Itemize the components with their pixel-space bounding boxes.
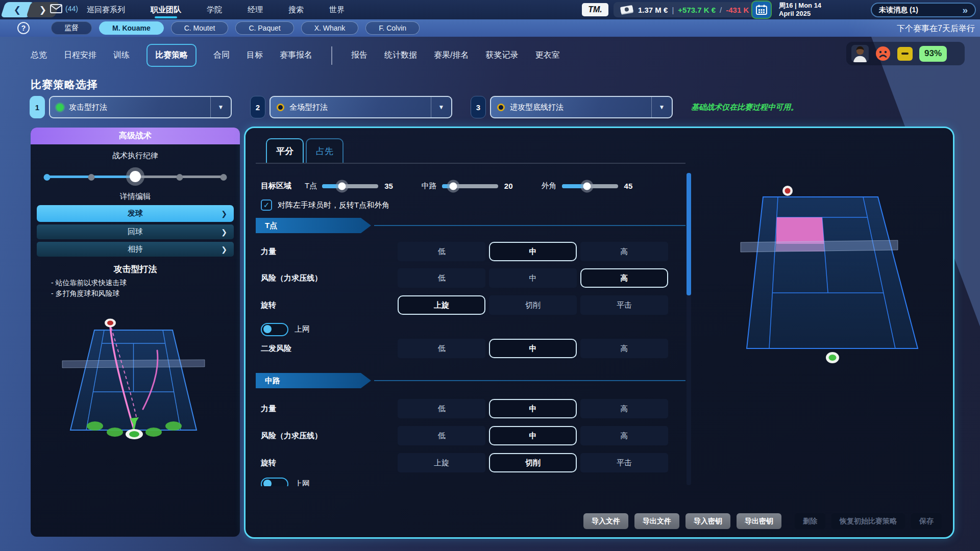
lefty-invert-label: 对阵左手球员时，反转T点和外角 bbox=[278, 201, 389, 210]
option-high[interactable]: 高 bbox=[580, 339, 668, 358]
inbox-button[interactable]: (44) bbox=[50, 4, 78, 13]
reset-strategy-button[interactable]: 恢复初始比赛策略 bbox=[831, 513, 905, 529]
tab-training[interactable]: 训练 bbox=[113, 50, 130, 61]
edit-serve-button[interactable]: 发球 ❯ bbox=[37, 205, 234, 222]
option-medium[interactable]: 中 bbox=[489, 242, 577, 261]
strategy-slot-3: 3 进攻型底线打法 ▼ bbox=[471, 96, 673, 118]
import-key-button[interactable]: 导入密钥 bbox=[685, 513, 730, 529]
option-high[interactable]: 高 bbox=[580, 268, 668, 288]
player-avatar[interactable] bbox=[851, 45, 869, 62]
tab-contract[interactable]: 合同 bbox=[213, 50, 230, 61]
wide-slider[interactable] bbox=[562, 184, 618, 188]
option-low[interactable]: 低 bbox=[398, 426, 485, 445]
option-low[interactable]: 低 bbox=[398, 339, 485, 358]
option-topspin[interactable]: 上旋 bbox=[398, 453, 485, 472]
net-approach-toggle[interactable] bbox=[261, 478, 288, 487]
scrollbar-track[interactable] bbox=[687, 173, 691, 485]
option-slice[interactable]: 切削 bbox=[489, 453, 577, 472]
continue-calendar-button[interactable] bbox=[751, 1, 772, 19]
slider-handle[interactable] bbox=[130, 171, 141, 182]
option-slice[interactable]: 切削 bbox=[489, 295, 577, 315]
tab-supervisor[interactable]: 监督 bbox=[51, 21, 92, 35]
save-button[interactable]: 保存 bbox=[911, 513, 942, 529]
body-slider[interactable] bbox=[442, 184, 498, 188]
option-topspin[interactable]: 上旋 bbox=[398, 295, 485, 315]
strategy-dropdown-1[interactable]: 攻击型打法 ▼ bbox=[49, 96, 232, 118]
status-dot-yellow-icon bbox=[277, 104, 284, 111]
setting-row-risk-2: 风险（力求压线） 低 中 高 bbox=[256, 426, 689, 445]
tab-schedule[interactable]: 日程安排 bbox=[64, 50, 96, 61]
nav-manager[interactable]: 经理 bbox=[247, 1, 264, 19]
tab-match-strategy[interactable]: 比赛策略 bbox=[146, 44, 197, 67]
t-point-value: 35 bbox=[384, 182, 393, 190]
strategy-selectors: 1 攻击型打法 ▼ 2 全场型打法 ▼ 3 进攻型底线打法 ▼ 基础战术仅在比赛… bbox=[30, 96, 798, 118]
option-high[interactable]: 高 bbox=[580, 426, 668, 445]
option-low[interactable]: 低 bbox=[398, 268, 485, 288]
export-file-button[interactable]: 导出文件 bbox=[634, 513, 679, 529]
strategy-dropdown-2[interactable]: 全场型打法 ▼ bbox=[270, 96, 452, 118]
tab-player-moutet[interactable]: C. Moutet bbox=[171, 21, 229, 35]
scrollbar-thumb[interactable] bbox=[687, 173, 691, 295]
team-row: ? 监督 M. Kouame C. Moutet C. Paquet X. Wh… bbox=[0, 19, 980, 37]
t-point-slider[interactable] bbox=[322, 184, 378, 188]
discipline-slider[interactable] bbox=[47, 170, 224, 183]
option-high[interactable]: 高 bbox=[580, 242, 668, 261]
tab-player-whank[interactable]: X. Whank bbox=[301, 21, 359, 35]
edit-rally-button[interactable]: 相持 ❯ bbox=[37, 242, 234, 257]
edit-return-button[interactable]: 回球 ❯ bbox=[37, 224, 234, 239]
help-icon[interactable]: ? bbox=[17, 22, 30, 34]
delete-button[interactable]: 删除 bbox=[795, 513, 825, 529]
tab-entries[interactable]: 赛事报名 bbox=[280, 50, 312, 61]
nav-pro-team[interactable]: 职业团队 bbox=[150, 1, 182, 19]
tab-reports[interactable]: 报告 bbox=[351, 50, 368, 61]
chevron-down-icon[interactable]: ▼ bbox=[431, 97, 451, 117]
game-logo: TM. bbox=[582, 3, 608, 16]
discipline-label: 战术执行纪律 bbox=[31, 151, 240, 161]
option-low[interactable]: 低 bbox=[398, 399, 485, 418]
mail-count: (44) bbox=[65, 5, 78, 13]
target-court-visualization[interactable] bbox=[737, 179, 954, 369]
unread-messages-button[interactable]: 未读消息 (1) » bbox=[871, 3, 976, 17]
option-flat[interactable]: 平击 bbox=[580, 295, 668, 315]
nav-search[interactable]: 搜索 bbox=[287, 1, 305, 19]
nav-tour[interactable]: 巡回赛系列 bbox=[86, 1, 126, 19]
tab-locker-room[interactable]: 更衣室 bbox=[535, 50, 559, 61]
balance: 1.37 M € bbox=[638, 6, 668, 14]
option-low[interactable]: 低 bbox=[398, 242, 485, 261]
slot-number-badge[interactable]: 3 bbox=[471, 96, 486, 118]
tab-player-kouame[interactable]: M. Kouame bbox=[99, 21, 164, 35]
tab-awards[interactable]: 获奖记录 bbox=[485, 50, 518, 61]
slot-number-badge[interactable]: 1 bbox=[30, 96, 45, 118]
option-medium[interactable]: 中 bbox=[489, 426, 577, 445]
option-medium[interactable]: 中 bbox=[489, 268, 577, 288]
settings-scroll-area[interactable]: 目标区域 T点 35 中路 20 外角 45 ✓ bbox=[256, 169, 689, 486]
chevron-down-icon[interactable]: ▼ bbox=[210, 97, 231, 117]
option-medium[interactable]: 中 bbox=[489, 399, 577, 418]
lefty-invert-checkbox[interactable]: ✓ bbox=[261, 199, 272, 211]
import-file-button[interactable]: 导入文件 bbox=[583, 513, 628, 529]
tab-goals[interactable]: 目标 bbox=[247, 50, 263, 61]
next-event-text: 下个赛事在7天后举行 bbox=[897, 23, 975, 34]
tab-overview[interactable]: 总览 bbox=[31, 50, 47, 61]
option-high[interactable]: 高 bbox=[580, 399, 668, 418]
current-date: 周16 | Mon 14 April 2025 bbox=[779, 2, 821, 18]
tab-results-ranking[interactable]: 赛果/排名 bbox=[434, 50, 469, 61]
tab-player-paquet[interactable]: C. Paquet bbox=[235, 21, 293, 35]
pink-target-zone[interactable] bbox=[776, 217, 824, 244]
slot-number-badge[interactable]: 2 bbox=[250, 96, 265, 118]
tab-deuce[interactable]: 平分 bbox=[266, 138, 304, 163]
advanced-tactics-sidebar: 高级战术 战术执行纪律 详情编辑 发球 ❯ 回球 ❯ 相持 ❯ 攻击型打法 - … bbox=[31, 128, 240, 537]
nav-world[interactable]: 世界 bbox=[328, 1, 346, 19]
tab-advantage[interactable]: 占先 bbox=[306, 138, 344, 163]
nav-academy[interactable]: 学院 bbox=[206, 1, 223, 19]
chevron-down-icon[interactable]: ▼ bbox=[651, 97, 672, 117]
net-approach-toggle[interactable] bbox=[261, 323, 288, 336]
strategy-dropdown-3[interactable]: 进攻型底线打法 ▼ bbox=[490, 96, 673, 118]
option-flat[interactable]: 平击 bbox=[580, 453, 668, 472]
page-title: 比赛策略选择 bbox=[31, 78, 98, 92]
tab-stats[interactable]: 统计数据 bbox=[384, 50, 417, 61]
option-medium[interactable]: 中 bbox=[489, 339, 577, 358]
export-key-button[interactable]: 导出密钥 bbox=[737, 513, 781, 529]
fitness-badge: 93% bbox=[919, 46, 947, 62]
tab-player-colvin[interactable]: F. Colvin bbox=[365, 21, 420, 35]
